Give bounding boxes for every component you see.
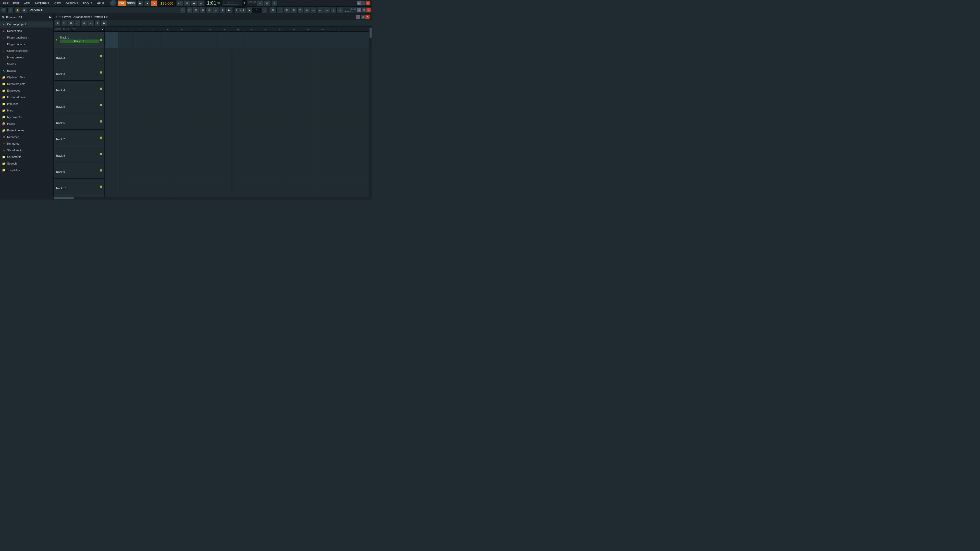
grid-row-1[interactable] xyxy=(105,32,369,48)
sidebar-item-plugin-presets[interactable]: ♪ Plugin presets xyxy=(0,41,53,48)
menu-item-add[interactable]: ADD xyxy=(23,1,31,5)
menu-item-tools[interactable]: TOOLS xyxy=(82,1,93,5)
grid-cell-1-7[interactable] xyxy=(189,32,203,48)
sidebar-item-current-project[interactable]: ★ Current project xyxy=(0,21,53,27)
grid-cell-1-4[interactable] xyxy=(147,32,161,48)
playlist-pattern-link[interactable]: Pattern 1 xyxy=(94,15,105,18)
pe-cut[interactable]: ✂ xyxy=(75,20,81,26)
grid-row-7[interactable] xyxy=(105,130,369,146)
scrollbar-thumb[interactable] xyxy=(369,27,372,38)
playlist-win-maximize[interactable]: □ xyxy=(361,15,365,19)
grid-row-4[interactable] xyxy=(105,81,369,97)
erase-tool[interactable]: ⊠ xyxy=(200,7,206,13)
grid-row-10[interactable] xyxy=(105,179,369,195)
track-7-volume-dot[interactable] xyxy=(100,137,102,139)
tool-g[interactable]: ⊶ xyxy=(310,7,317,13)
grid-cell-1-11[interactable] xyxy=(245,32,259,48)
cpu-meter[interactable]: ⊙ xyxy=(257,0,263,6)
grid-cell-1-1[interactable] xyxy=(105,32,119,48)
playlist-toggle[interactable]: ▶ xyxy=(56,15,58,18)
tool-a[interactable]: ⊞ xyxy=(270,7,276,13)
track-8-volume-dot[interactable] xyxy=(100,153,102,156)
pat-button[interactable]: PAT xyxy=(118,0,126,6)
sidebar-item-clipboard-files[interactable]: 📁 Clipboard files xyxy=(0,74,53,81)
sidebar-item-recent-files[interactable]: ★ Recent files xyxy=(0,27,53,34)
grid-cell-1-3[interactable] xyxy=(133,32,147,48)
pe-play[interactable]: ▶ xyxy=(101,20,107,26)
pe-flip-h[interactable]: ↔ xyxy=(88,20,94,26)
close-button[interactable]: ✕ xyxy=(366,1,370,5)
pe-magnet[interactable]: ⊞ xyxy=(55,20,61,26)
tool-k[interactable]: ⊹ xyxy=(337,7,343,13)
sidebar-item-rendered[interactable]: ≋ Rendered xyxy=(0,140,53,147)
grid-cell-1-6[interactable] xyxy=(175,32,189,48)
pe-select[interactable]: ⬚ xyxy=(61,20,67,26)
play-button[interactable]: ▶ xyxy=(137,0,143,6)
grid-row-8[interactable] xyxy=(105,146,369,162)
minimize-button[interactable]: – xyxy=(357,1,361,5)
track-9-volume-dot[interactable] xyxy=(100,169,102,171)
grid-cell-1-12[interactable] xyxy=(259,32,273,48)
mixer-btn[interactable]: ╪ xyxy=(198,0,204,6)
horizontal-scrollbar[interactable] xyxy=(54,197,372,200)
sidebar-item-demo-projects[interactable]: 📁 Demo projects xyxy=(0,81,53,87)
channel-rack-btn[interactable]: ■■ xyxy=(191,0,197,6)
stop-button[interactable]: ■ xyxy=(144,0,150,6)
playlist-close[interactable]: ✕ xyxy=(366,8,371,12)
pattern-volume-knob[interactable] xyxy=(1,7,6,13)
right-arrow[interactable]: ▶ xyxy=(247,7,253,13)
menu-item-patterns[interactable]: PATTERNS xyxy=(34,1,50,5)
tool-h[interactable]: ⊷ xyxy=(317,7,323,13)
paint-tool[interactable]: ⊞ xyxy=(193,7,199,13)
playback-tool[interactable]: ▶ xyxy=(226,7,232,13)
track-10-volume-dot[interactable] xyxy=(100,186,102,188)
playlist-minimize[interactable]: – xyxy=(357,8,361,12)
tool-b[interactable]: ⋮⋮ xyxy=(277,7,283,13)
tool-c[interactable]: ⊟ xyxy=(284,7,290,13)
zoom-tool[interactable]: ⊕ xyxy=(220,7,226,13)
sidebar-item-packs[interactable]: 📦 Packs xyxy=(0,121,53,127)
playlist-win-minimize[interactable]: – xyxy=(356,15,360,19)
sidebar-item-channel-presets[interactable]: ♪ Channel presets xyxy=(0,48,53,54)
grid-row-3[interactable] xyxy=(105,64,369,81)
sidebar-item-my-projects[interactable]: 📁 My projects xyxy=(0,114,53,121)
select-tool[interactable]: ⬚ xyxy=(186,7,192,13)
grid-cell-1-16[interactable] xyxy=(315,32,329,48)
menu-item-view[interactable]: VIEW xyxy=(53,1,62,5)
song-button[interactable]: SONG xyxy=(126,0,136,6)
grid-cell-2-1[interactable] xyxy=(105,48,119,64)
pe-zoom[interactable]: ⊕ xyxy=(94,20,100,26)
grid-cell-1-14[interactable] xyxy=(287,32,301,48)
pattern-del[interactable]: 🔔 xyxy=(14,7,21,13)
grid-cell-1-10[interactable] xyxy=(231,32,245,48)
sidebar-item-impulses[interactable]: 📁 Impulses xyxy=(0,100,53,107)
line-mode-dropdown[interactable]: Line ▾ xyxy=(234,7,246,13)
sidebar-item-sliced-audio[interactable]: ≋ Sliced audio xyxy=(0,147,53,154)
sidebar-expand[interactable]: ▶ xyxy=(49,16,51,19)
sidebar-item-plugin-database[interactable]: ♪ Plugin database xyxy=(0,34,53,41)
menu-item-file[interactable]: FILE xyxy=(2,1,10,5)
h-scrollbar-thumb[interactable] xyxy=(54,197,74,199)
sidebar-item-envelopes[interactable]: 📁 Envelopes xyxy=(0,87,53,94)
track-2-volume-dot[interactable] xyxy=(100,55,102,57)
pe-mute[interactable]: ⊗ xyxy=(81,20,87,26)
grid-cell-1-2[interactable] xyxy=(119,32,133,48)
sidebar-item-soundfonts[interactable]: 📁 Soundfonts xyxy=(0,154,53,160)
pe-erase[interactable]: ⊠ xyxy=(68,20,74,26)
counter-up[interactable]: + xyxy=(261,7,267,13)
grid-row-2[interactable] xyxy=(105,48,369,64)
grid-cell-1-5[interactable] xyxy=(161,32,175,48)
menu-item-help[interactable]: HELP xyxy=(96,1,105,5)
tempo-up[interactable]: ▲▼ xyxy=(177,0,183,6)
mute-tool[interactable]: ⊗ xyxy=(206,7,212,13)
grid-cell-1-15[interactable] xyxy=(301,32,315,48)
grid-row-6[interactable] xyxy=(105,113,369,130)
sidebar-item-scores[interactable]: ♩ Scores xyxy=(0,61,53,67)
track-5-volume-dot[interactable] xyxy=(100,104,102,106)
tracks-grid[interactable] xyxy=(105,32,369,197)
sidebar-item-speech[interactable]: 📁 Speech xyxy=(0,160,53,167)
tool-d[interactable]: ⊞ xyxy=(291,7,297,13)
record-button[interactable]: ● xyxy=(151,0,157,6)
tool-i[interactable]: ⊸ xyxy=(324,7,330,13)
track-3-volume-dot[interactable] xyxy=(100,71,102,74)
